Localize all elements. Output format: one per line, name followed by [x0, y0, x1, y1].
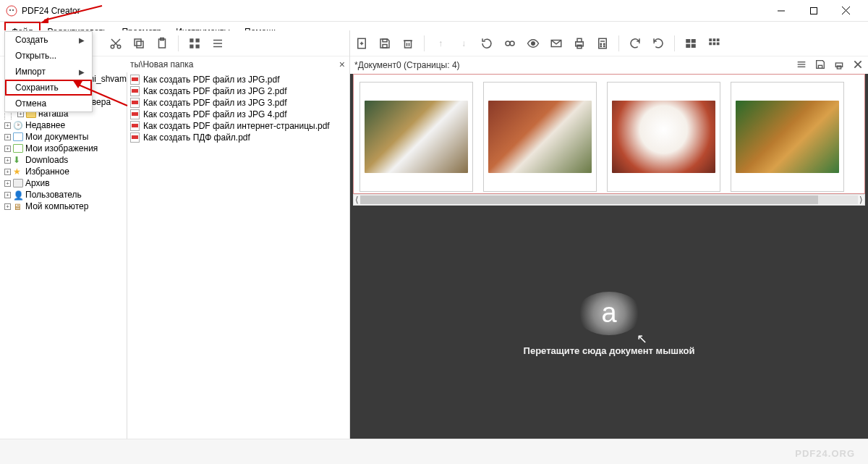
svg-point-37 [532, 41, 535, 45]
close-doc-icon[interactable] [852, 59, 864, 72]
main-area: ты\Новая папка × plate_s_relefnymi_shvam… [0, 30, 868, 439]
svg-marker-10 [72, 80, 82, 88]
file-item[interactable]: Как создать ПДФ файл.pdf [130, 132, 346, 143]
app-icon [6, 5, 17, 17]
save-doc-icon[interactable] [814, 59, 826, 72]
page-image [488, 101, 592, 173]
pdf-icon [130, 132, 140, 143]
tree-item[interactable]: +⬇Downloads [0, 154, 127, 166]
window-minimize-button[interactable] [765, 0, 797, 22]
list-icon[interactable] [210, 36, 225, 51]
svg-rect-49 [692, 39, 696, 43]
pdf-icon [130, 75, 140, 85]
redo-icon[interactable] [651, 36, 665, 51]
file-item[interactable]: Как создать PDF файл из JPG 2.pdf [130, 85, 346, 97]
horizontal-scrollbar[interactable]: ⟨ ⟩ [353, 194, 865, 206]
page-thumbnail[interactable] [731, 82, 844, 192]
svg-point-46 [600, 46, 602, 47]
tree-item-label: Downloads [25, 155, 68, 165]
tree-item-label: Избранное [25, 166, 69, 177]
svg-rect-61 [818, 65, 822, 68]
file-item[interactable]: Как создать PDF файл из JPG.pdf [130, 74, 346, 85]
svg-rect-55 [709, 42, 712, 45]
pdf-icon [130, 86, 140, 96]
svg-rect-54 [717, 38, 720, 41]
right-pane: ↑ ↓ *Документ0 (Страницы: 4) [350, 30, 868, 439]
file-item[interactable]: Как создать PDF файл из JPG 3.pdf [130, 97, 346, 109]
tree-item[interactable]: +★Избранное [0, 166, 127, 177]
document-title: *Документ0 (Страницы: 4) [354, 60, 460, 70]
calculator-icon[interactable] [595, 36, 610, 51]
undo-icon[interactable] [628, 36, 642, 51]
svg-rect-53 [713, 38, 716, 41]
file-item[interactable]: Как создать PDF файл интернет-страницы.p… [130, 120, 346, 132]
chevron-right-icon: ▶ [79, 36, 85, 44]
clipboard-icon[interactable] [155, 36, 169, 51]
menu-item-create[interactable]: Создать▶ [5, 32, 92, 48]
page-thumbnail[interactable] [607, 82, 720, 192]
tree-item[interactable]: +🕑Недавнее [0, 119, 127, 131]
scroll-right-icon[interactable]: ⟩ [859, 195, 863, 205]
save-icon[interactable] [378, 36, 392, 51]
path-text: ты\Новая папка [130, 59, 193, 69]
svg-rect-31 [405, 41, 412, 48]
tree-item[interactable]: +Мои документы [0, 131, 127, 143]
tree-item[interactable]: +👤Пользователь [0, 189, 127, 201]
tree-item[interactable]: +🖥Мой компьютер [0, 201, 127, 212]
cut-icon[interactable] [109, 36, 123, 51]
svg-rect-15 [137, 41, 143, 48]
file-name: Как создать PDF файл интернет-страницы.p… [143, 121, 330, 131]
toolbar-separator [424, 35, 425, 51]
svg-point-44 [600, 43, 602, 45]
tree-item-label: Недавнее [25, 120, 65, 130]
link-icon[interactable] [503, 36, 517, 51]
window-close-button[interactable] [830, 0, 862, 22]
document-header: *Документ0 (Страницы: 4) [350, 56, 868, 74]
print-icon[interactable] [572, 36, 587, 51]
svg-line-9 [77, 84, 127, 106]
thumbnails-icon[interactable] [684, 36, 698, 51]
new-doc-icon[interactable] [354, 36, 369, 51]
menu-item-label: Создать [15, 35, 48, 45]
copy-icon[interactable] [132, 36, 146, 51]
menu-item-label: Импорт [15, 67, 46, 77]
file-name: Как создать PDF файл из JPG 2.pdf [143, 86, 286, 96]
arrow-down-icon[interactable]: ↓ [456, 36, 471, 51]
mail-icon[interactable] [549, 36, 563, 51]
svg-line-7 [44, 6, 102, 20]
pages-strip [353, 74, 865, 194]
menu-item-open[interactable]: Открыть... [5, 48, 92, 64]
grid-icon[interactable] [187, 36, 202, 51]
print-doc-icon[interactable] [833, 59, 845, 72]
close-path-button[interactable]: × [335, 59, 349, 70]
file-list[interactable]: Как создать PDF файл из JPG.pdfКак созда… [127, 72, 349, 439]
page-thumbnail[interactable] [483, 82, 597, 192]
eye-icon[interactable] [526, 36, 540, 51]
svg-rect-19 [190, 38, 193, 42]
tree-item-label: Мой компьютер [25, 201, 88, 211]
scroll-thumb[interactable] [360, 195, 818, 204]
file-name: Как создать PDF файл из JPG 4.pdf [143, 109, 286, 119]
tree-item-label: Архив [25, 178, 50, 188]
page-thumbnail[interactable] [359, 82, 473, 192]
delete-icon[interactable] [401, 36, 415, 51]
window-maximize-button[interactable] [797, 0, 830, 22]
drop-area[interactable]: a ↖ Перетащите сюда документ мышкой [350, 208, 868, 439]
file-item[interactable]: Как создать PDF файл из JPG 4.pdf [130, 109, 346, 120]
menu-item-import[interactable]: Импорт▶ [5, 64, 92, 80]
arrow-up-icon[interactable]: ↑ [433, 36, 448, 51]
rotate-left-icon[interactable] [480, 36, 494, 51]
svg-rect-57 [717, 42, 720, 45]
svg-rect-30 [383, 39, 387, 42]
scroll-left-icon[interactable]: ⟨ [355, 195, 359, 205]
file-name: Как создать ПДФ файл.pdf [143, 132, 250, 143]
toolbar-separator [178, 35, 179, 51]
small-grid-icon[interactable] [707, 36, 721, 51]
menu-icon[interactable] [796, 59, 807, 72]
tree-item[interactable]: +Архив [0, 177, 127, 189]
tree-item[interactable]: +Мои изображения [0, 143, 127, 154]
svg-rect-22 [196, 44, 200, 48]
tree-item-label: Пользователь [25, 190, 82, 200]
folder-tree[interactable]: plate_s_relefnymi_shvam+Tor BrowserНаташ… [0, 72, 127, 439]
titlebar: PDF24 Creator [0, 0, 868, 22]
